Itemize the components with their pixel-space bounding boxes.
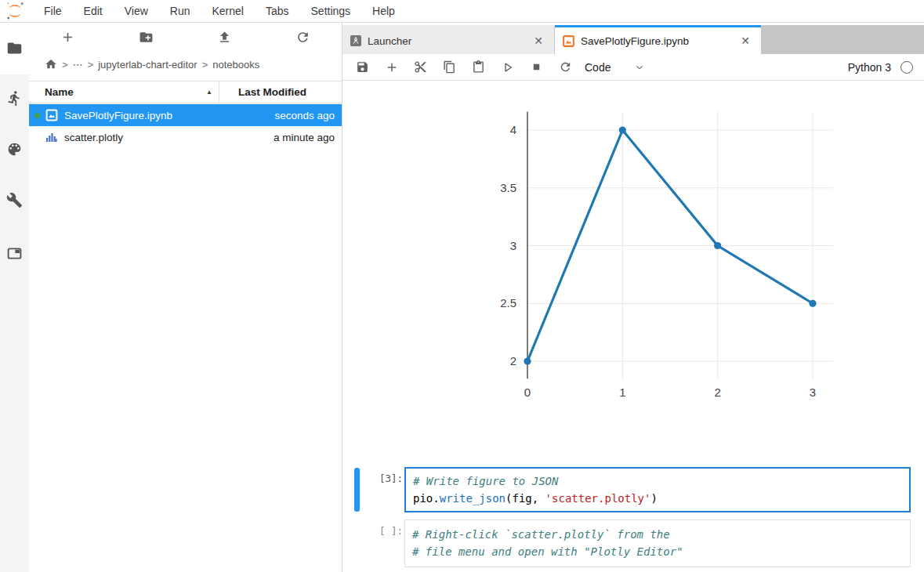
- paste-icon[interactable]: [464, 56, 493, 78]
- menu-kernel[interactable]: Kernel: [201, 0, 254, 22]
- notebook-toolbar: Code Python 3: [342, 54, 924, 81]
- breadcrumb-item-notebooks[interactable]: notebooks: [212, 59, 259, 71]
- file-browser-toolbar: [29, 22, 342, 52]
- file-name: scatter.plotly: [64, 132, 123, 143]
- svg-text:2.5: 2.5: [500, 296, 516, 310]
- tab-bar-filler: [761, 25, 924, 54]
- activity-sidebar: [0, 22, 30, 572]
- file-modified: a minute ago: [274, 132, 335, 143]
- cell-input-prompt: [ ]:: [342, 525, 403, 537]
- copy-icon[interactable]: [435, 56, 464, 78]
- close-icon[interactable]: ✕: [737, 34, 753, 47]
- menu-bar: File Edit View Run Kernel Tabs Settings …: [0, 0, 924, 23]
- breadcrumb-item-chart-editor[interactable]: jupyterlab-chart-editor: [98, 59, 197, 71]
- svg-text:2: 2: [510, 354, 516, 367]
- file-row-notebook[interactable]: SavePlotlyFigure.ipynb seconds ago: [29, 104, 342, 126]
- breadcrumb: > ⋯ > jupyterlab-chart-editor > notebook…: [29, 52, 342, 77]
- open-tabs-icon[interactable]: [6, 245, 23, 262]
- svg-text:3: 3: [810, 386, 816, 399]
- breadcrumb-separator: >: [202, 59, 208, 71]
- cell-input-prompt: [3]:: [342, 472, 403, 484]
- folder-icon[interactable]: [6, 40, 23, 56]
- tab-notebook[interactable]: SavePlotlyFigure.ipynb ✕: [555, 25, 761, 54]
- plotly-chart[interactable]: 22.533.540123: [478, 94, 846, 400]
- file-list-header: Name ▲ Last Modified: [29, 81, 342, 103]
- new-launcher-button[interactable]: [29, 30, 107, 45]
- close-icon[interactable]: ✕: [531, 34, 546, 47]
- code-cell-editor[interactable]: # Right-click `scatter.plotly` from the#…: [404, 520, 911, 567]
- column-name-label: Name: [45, 86, 74, 98]
- kernel-dot-placeholder: [34, 135, 40, 140]
- plotly-file-icon: [45, 131, 58, 143]
- jupyterlab-window: File Edit View Run Kernel Tabs Settings …: [0, 0, 924, 572]
- menu-settings[interactable]: Settings: [300, 0, 362, 22]
- breadcrumb-ellipsis[interactable]: ⋯: [73, 59, 83, 71]
- stop-button[interactable]: [522, 56, 551, 78]
- cut-icon[interactable]: [406, 56, 435, 78]
- insert-cell-button[interactable]: [377, 56, 406, 78]
- new-folder-button[interactable]: [107, 30, 186, 45]
- file-modified: seconds ago: [274, 110, 335, 121]
- launcher-icon: [350, 35, 361, 46]
- tab-bar: Launcher ✕ SavePlotlyFigure.ipynb ✕: [342, 25, 924, 54]
- refresh-button[interactable]: [263, 30, 342, 45]
- column-header-modified[interactable]: Last Modified: [219, 81, 342, 103]
- run-button[interactable]: [493, 56, 522, 78]
- tab-label: SavePlotlyFigure.ipynb: [581, 35, 689, 47]
- palette-icon[interactable]: [6, 141, 23, 157]
- kernel-status-indicator[interactable]: [900, 61, 913, 74]
- file-browser-panel: > ⋯ > jupyterlab-chart-editor > notebook…: [29, 22, 342, 572]
- column-header-name[interactable]: Name ▲: [29, 81, 219, 103]
- upload-button[interactable]: [186, 30, 264, 45]
- restart-kernel-button[interactable]: [551, 56, 580, 78]
- notebook-content: 22.533.540123 [3]: # Write figure to JSO…: [342, 81, 924, 572]
- menu-tabs[interactable]: Tabs: [255, 0, 300, 22]
- menu-run[interactable]: Run: [159, 0, 201, 22]
- breadcrumb-separator: >: [88, 59, 94, 71]
- menu-edit[interactable]: Edit: [73, 0, 114, 22]
- wrench-icon[interactable]: [6, 192, 23, 208]
- code-cell-editor[interactable]: # Write figure to JSONpio.write_json(fig…: [404, 467, 911, 512]
- menu-help[interactable]: Help: [361, 0, 406, 22]
- breadcrumb-separator: >: [62, 59, 68, 71]
- kernel-name-label: Python 3: [848, 61, 891, 74]
- chevron-down-icon[interactable]: [634, 62, 645, 73]
- tab-launcher[interactable]: Launcher ✕: [342, 25, 555, 54]
- kernel-running-dot: [34, 113, 40, 118]
- file-name: SavePlotlyFigure.ipynb: [64, 110, 172, 121]
- jupyter-logo-icon: [5, 1, 25, 21]
- svg-text:2: 2: [714, 386, 720, 399]
- svg-text:3.5: 3.5: [500, 181, 516, 194]
- menu-view[interactable]: View: [114, 0, 159, 22]
- tab-label: Launcher: [368, 35, 411, 47]
- notebook-icon: [563, 35, 574, 47]
- save-button[interactable]: [348, 56, 377, 78]
- notebook-icon: [45, 109, 58, 121]
- svg-text:4: 4: [510, 123, 516, 136]
- running-sessions-icon[interactable]: [6, 90, 23, 107]
- home-icon[interactable]: [45, 58, 57, 71]
- svg-text:3: 3: [510, 239, 516, 252]
- sort-ascending-icon: ▲: [206, 89, 212, 96]
- cell-type-dropdown[interactable]: Code: [585, 61, 611, 74]
- file-row-plotly[interactable]: scatter.plotly a minute ago: [29, 126, 342, 148]
- menu-file[interactable]: File: [33, 0, 73, 22]
- svg-text:0: 0: [524, 386, 531, 399]
- main-dock-panel: Launcher ✕ SavePlotlyFigure.ipynb ✕: [342, 22, 924, 572]
- column-modified-label: Last Modified: [238, 86, 306, 98]
- svg-text:1: 1: [619, 386, 625, 399]
